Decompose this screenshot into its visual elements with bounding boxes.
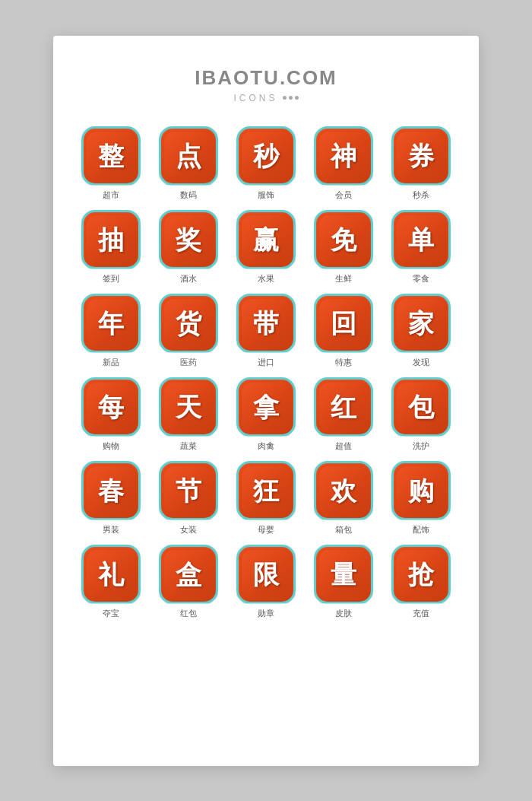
icon-item[interactable]: 量皮肤 <box>309 545 378 619</box>
icon-char: 年 <box>98 310 124 336</box>
icon-label: 生鲜 <box>335 273 352 284</box>
icon-char: 券 <box>408 143 434 169</box>
subtitle-text: ICONS <box>233 93 277 103</box>
icon-char: 奖 <box>176 227 201 253</box>
icon-badge: 货 <box>159 294 218 353</box>
icon-label: 秒杀 <box>413 189 429 201</box>
icon-item[interactable]: 单零食 <box>386 210 456 284</box>
icon-item[interactable]: 家发现 <box>386 294 456 368</box>
icon-char: 礼 <box>98 561 124 587</box>
icon-item[interactable]: 盒红包 <box>154 545 223 619</box>
icon-badge: 限 <box>236 545 296 604</box>
icon-label: 进口 <box>258 357 274 368</box>
icon-badge: 礼 <box>81 545 141 604</box>
icon-char: 家 <box>408 310 434 336</box>
icon-item[interactable]: 奖酒水 <box>154 210 223 284</box>
icon-label: 配饰 <box>413 524 429 536</box>
icon-item[interactable]: 每购物 <box>76 377 146 452</box>
subtitle-row: ICONS <box>233 93 298 103</box>
icon-char: 购 <box>408 478 434 504</box>
icon-item[interactable]: 节女装 <box>154 461 223 536</box>
icon-item[interactable]: 券秒杀 <box>386 126 456 201</box>
icon-badge: 节 <box>159 461 218 520</box>
icon-char: 整 <box>98 143 124 169</box>
icon-badge: 赢 <box>236 210 296 269</box>
icon-item[interactable]: 神会员 <box>309 126 378 201</box>
icon-item[interactable]: 限勋章 <box>231 545 301 619</box>
page-card: IBAOTU.COM ICONS 整超市点数码秒服饰神会员券秒杀抽签到奖酒水赢水… <box>53 36 479 766</box>
icon-item[interactable]: 免生鲜 <box>309 210 378 284</box>
icon-label: 新品 <box>103 357 119 368</box>
icon-char: 赢 <box>253 227 279 253</box>
dot-2 <box>289 96 293 100</box>
icon-label: 母婴 <box>258 524 274 536</box>
icon-char: 节 <box>176 478 201 504</box>
icon-char: 单 <box>408 227 434 253</box>
icon-badge: 年 <box>81 294 141 353</box>
icon-item[interactable]: 回特惠 <box>309 294 378 368</box>
icon-char: 狂 <box>253 478 279 504</box>
icon-badge: 点 <box>159 126 218 186</box>
icon-char: 限 <box>253 561 279 587</box>
icon-item[interactable]: 购配饰 <box>386 461 456 536</box>
icon-label: 超值 <box>335 440 352 452</box>
icon-item[interactable]: 抢充值 <box>386 545 456 619</box>
icon-char: 春 <box>98 478 124 504</box>
icon-label: 服饰 <box>258 189 274 201</box>
icon-item[interactable]: 春男装 <box>76 461 146 536</box>
icon-badge: 红 <box>314 377 373 437</box>
icon-item[interactable]: 赢水果 <box>231 210 301 284</box>
icon-char: 每 <box>98 394 124 420</box>
icon-badge: 抽 <box>81 210 141 269</box>
icon-item[interactable]: 包洗护 <box>386 377 456 452</box>
icon-badge: 狂 <box>236 461 296 520</box>
icon-item[interactable]: 货医药 <box>154 294 223 368</box>
icon-label: 购物 <box>103 440 119 452</box>
icon-label: 特惠 <box>335 357 352 368</box>
icon-char: 天 <box>176 394 201 420</box>
icon-item[interactable]: 天蔬菜 <box>154 377 223 452</box>
dot-3 <box>295 96 299 100</box>
icon-label: 医药 <box>180 357 197 368</box>
icon-item[interactable]: 点数码 <box>154 126 223 201</box>
icon-label: 酒水 <box>180 273 197 284</box>
icon-label: 皮肤 <box>335 608 352 619</box>
icon-badge: 每 <box>81 377 141 437</box>
icon-badge: 购 <box>391 461 451 520</box>
icon-badge: 带 <box>236 294 296 353</box>
icon-badge: 天 <box>159 377 218 437</box>
icon-label: 勋章 <box>258 608 274 619</box>
icon-char: 拿 <box>253 394 279 420</box>
icon-label: 蔬菜 <box>180 440 197 452</box>
icon-item[interactable]: 礼夺宝 <box>76 545 146 619</box>
icon-char: 带 <box>253 310 279 336</box>
icon-label: 发现 <box>413 357 429 368</box>
icon-badge: 包 <box>391 377 451 437</box>
icon-badge: 单 <box>391 210 451 269</box>
icon-item[interactable]: 整超市 <box>76 126 146 201</box>
icon-badge: 拿 <box>236 377 296 437</box>
icon-label: 水果 <box>258 273 274 284</box>
icon-item[interactable]: 狂母婴 <box>231 461 301 536</box>
icon-char: 神 <box>331 143 356 169</box>
icon-char: 秒 <box>253 143 279 169</box>
icon-item[interactable]: 欢箱包 <box>309 461 378 536</box>
icon-char: 抽 <box>98 227 124 253</box>
icon-item[interactable]: 红超值 <box>309 377 378 452</box>
icon-label: 充值 <box>413 608 429 619</box>
icon-item[interactable]: 拿肉禽 <box>231 377 301 452</box>
icon-item[interactable]: 秒服饰 <box>231 126 301 201</box>
icon-badge: 欢 <box>314 461 373 520</box>
icon-item[interactable]: 年新品 <box>76 294 146 368</box>
icon-item[interactable]: 带进口 <box>231 294 301 368</box>
icon-badge: 免 <box>314 210 373 269</box>
icon-label: 红包 <box>180 608 197 619</box>
icon-badge: 家 <box>391 294 451 353</box>
icon-char: 欢 <box>331 478 356 504</box>
icon-char: 点 <box>176 143 201 169</box>
icon-item[interactable]: 抽签到 <box>76 210 146 284</box>
icons-grid: 整超市点数码秒服饰神会员券秒杀抽签到奖酒水赢水果免生鲜单零食年新品货医药带进口回… <box>76 126 456 619</box>
icon-char: 包 <box>408 394 434 420</box>
icon-label: 会员 <box>335 189 352 201</box>
icon-label: 箱包 <box>335 524 352 536</box>
